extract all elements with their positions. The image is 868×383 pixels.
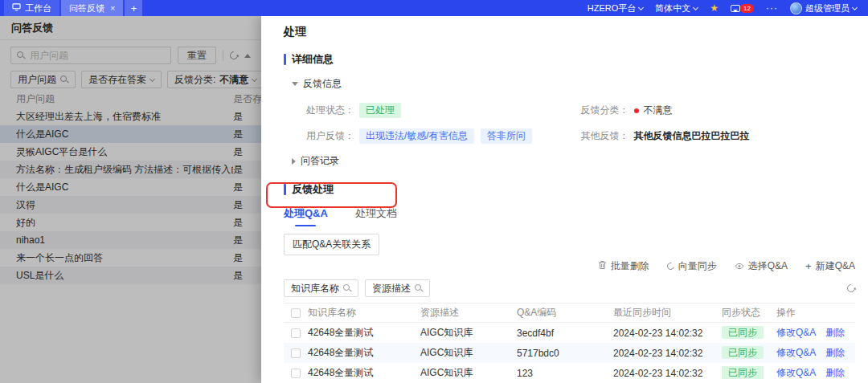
search-input[interactable] [30, 50, 165, 61]
red-dot-icon [634, 108, 639, 113]
checkbox[interactable] [291, 308, 301, 318]
status-badge: 已同步 [722, 326, 764, 339]
more-menu-button[interactable]: ··· [766, 2, 778, 14]
close-icon[interactable]: × [110, 3, 115, 13]
table-row[interactable]: 方法名称：生成租户级编码 方法描述：可根据传入的编码规则自动生... 是 [0, 161, 261, 178]
detail-section: 详细信息 反馈信息 处理状态： 已处理 反馈分类： 不满意 用户反馈： [284, 52, 855, 168]
search-icon [343, 284, 351, 292]
filter-category-value: 不满意 [219, 73, 248, 87]
question-cell: 灵猴AIGC平台是什么 [16, 145, 233, 159]
batch-delete-button[interactable]: 批量删除 [598, 259, 649, 273]
table-row[interactable]: 42648全量测试 AIGC知识库 5717bdc0 2024-02-23 14… [284, 343, 855, 363]
tab-qa-feedback[interactable]: 问答反馈 × [61, 0, 123, 16]
delete-link[interactable]: 删除 [825, 366, 845, 380]
table-row[interactable]: 42648全量测试 AIGC知识库 123 2024-02-23 14:02:3… [284, 363, 855, 383]
new-tab-button[interactable]: + [125, 0, 142, 16]
checkbox[interactable] [291, 369, 301, 378]
platform-menu[interactable]: HZERO平台 [588, 2, 644, 14]
field-label: 其他反馈： [581, 129, 629, 143]
column-header: 资源描述 [420, 306, 517, 320]
filter-chip-has-answer[interactable]: 是否存在答案 [81, 71, 162, 88]
feedback-tag: 出现违法/敏感/有害信息 [359, 128, 474, 144]
table-row[interactable]: 灵猴AIGC平台是什么 是 [0, 143, 261, 161]
chevron-down-icon [149, 75, 155, 81]
kb-name-cell: 42648全量测试 [308, 346, 420, 360]
question-cell: 方法名称：生成租户级编码 方法描述：可根据传入的编码规则自动生... [16, 163, 233, 177]
topbar-right-group: HZERO平台 简体中文 ★ 12 ··· 超级管理员 [588, 0, 868, 16]
edit-qa-link[interactable]: 修改Q&A [776, 366, 816, 380]
star-icon: ★ [710, 3, 719, 13]
refresh-icon[interactable] [845, 283, 857, 294]
select-qa-button[interactable]: 选择Q&A [735, 259, 788, 273]
vector-sync-label: 向量同步 [678, 259, 717, 273]
vector-sync-button[interactable]: 向量同步 [667, 259, 717, 273]
table-row[interactable]: 汉得 是 [0, 196, 261, 214]
match-qa-relation-button[interactable]: 匹配Q&A关联关系 [284, 234, 379, 255]
new-qa-button[interactable]: + 新建Q&A [805, 259, 855, 273]
search-box[interactable] [10, 47, 171, 64]
tab-process-doc[interactable]: 处理文档 [355, 206, 397, 226]
sync-time-cell: 2024-02-23 14:02:32 [613, 328, 722, 339]
table-row[interactable]: nihao1 是 [0, 231, 261, 249]
filter-category-label: 反馈分类: [174, 73, 215, 87]
field-other-feedback: 其他反馈： 其他反馈信息巴拉巴拉巴拉 [581, 128, 856, 144]
table-row-selected[interactable]: 什么是AIGC 是 [0, 125, 261, 143]
table-row[interactable]: 好的 是 [0, 214, 261, 231]
workbench-tab[interactable]: 工作台 [4, 0, 59, 16]
actions-cell: 修改Q&A 删除 [776, 366, 855, 380]
top-navigation-bar: 工作台 问答反馈 × + HZERO平台 简体中文 ★ 12 [0, 0, 868, 16]
notifications-button[interactable]: 12 [731, 4, 754, 13]
resource-desc-cell: AIGC知识库 [420, 366, 517, 380]
checkbox[interactable] [291, 348, 301, 358]
section-bar [284, 184, 286, 195]
filter-chip-category[interactable]: 反馈分类: 不满意 [167, 71, 264, 88]
qa-code-cell: 3ecdf4bf [517, 328, 613, 339]
filter-chip-kb-name[interactable]: 知识库名称 [284, 279, 358, 297]
notification-badge: 12 [740, 4, 754, 13]
delete-link[interactable]: 删除 [825, 326, 845, 340]
field-user-feedback: 用户反馈： 出现违法/敏感/有害信息 答非所问 [306, 128, 581, 144]
language-menu[interactable]: 简体中文 [655, 2, 698, 14]
refresh-icon[interactable] [228, 50, 240, 61]
checkbox[interactable] [291, 328, 301, 338]
plus-icon: + [805, 261, 812, 271]
question-table: 用户问题 是否存在答案 大区经理出差去上海，住宿费标准 是 什么是AIGC 是 … [0, 90, 261, 284]
new-qa-label: 新建Q&A [816, 259, 855, 273]
status-badge: 已同步 [722, 366, 764, 379]
edit-qa-link[interactable]: 修改Q&A [776, 326, 816, 340]
tab-process-qa[interactable]: 处理Q&A [284, 206, 328, 226]
sync-status-cell: 已同步 [722, 326, 776, 340]
search-icon [60, 75, 68, 84]
column-header: 同步状态 [722, 306, 776, 320]
table-row[interactable]: 大区经理出差去上海，住宿费标准 是 [0, 108, 261, 125]
feedback-info-toggle[interactable]: 反馈信息 [292, 77, 855, 91]
search-icon [415, 284, 423, 292]
qa-filter-row: 知识库名称 资源描述 [284, 279, 855, 297]
username-label: 超级管理员 [805, 2, 850, 14]
table-row[interactable]: 来一个长一点的回答 是 [0, 249, 261, 267]
qa-code-cell: 123 [517, 368, 613, 379]
triangle-right-icon [292, 158, 296, 165]
qa-feedback-list-panel: 问答反馈 重置 用户问题 是否存在答案 反馈分类: 不满意 [0, 16, 261, 383]
filter-chip-resource-desc[interactable]: 资源描述 [365, 279, 430, 297]
reset-button[interactable]: 重置 [178, 47, 216, 64]
plus-icon: + [131, 2, 137, 14]
kb-name-chip-label: 知识库名称 [291, 282, 339, 295]
kb-name-cell: 42648全量测试 [308, 326, 420, 340]
chevron-down-icon [852, 4, 858, 10]
feedback-process-section: 反馈处理 处理Q&A 处理文档 匹配Q&A关联关系 批量删除 向量同步 [284, 182, 855, 383]
filter-chip-question[interactable]: 用户问题 [10, 71, 76, 88]
column-header: 知识库名称 [308, 306, 420, 320]
table-row[interactable]: USL是什么 是 [0, 267, 261, 284]
actions-cell: 修改Q&A 删除 [776, 326, 855, 340]
favorites-button[interactable]: ★ [710, 3, 719, 13]
delete-link[interactable]: 删除 [825, 346, 845, 360]
platform-label: HZERO平台 [588, 2, 637, 14]
table-row[interactable]: 什么是AIGC 是 [0, 178, 261, 196]
sync-icon [665, 261, 675, 271]
edit-qa-link[interactable]: 修改Q&A [776, 346, 816, 360]
table-row[interactable]: 42648全量测试 AIGC知识库 3ecdf4bf 2024-02-23 14… [284, 323, 855, 343]
user-menu[interactable]: 超级管理员 [790, 2, 857, 14]
collapse-up-icon[interactable] [244, 54, 251, 58]
qa-record-toggle[interactable]: 问答记录 [292, 154, 855, 168]
